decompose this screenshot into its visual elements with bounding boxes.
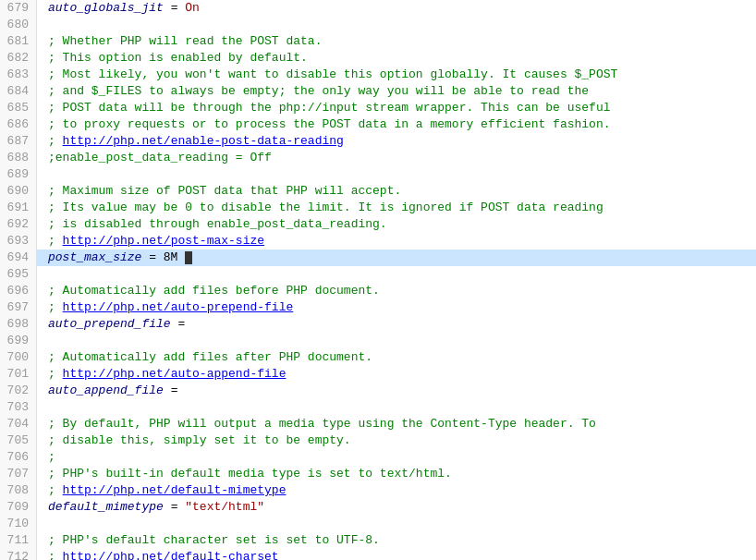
code-row: 688;enable_post_data_reading = Off (0, 150, 756, 166)
line-content (37, 166, 756, 183)
code-row: 689 (0, 166, 756, 183)
comment-text: ; Automatically add files before PHP doc… (48, 284, 380, 298)
line-number: 709 (0, 499, 37, 516)
line-number: 693 (0, 233, 37, 250)
comment-link[interactable]: http://php.net/auto-prepend-file (63, 300, 294, 314)
line-number: 703 (0, 399, 37, 416)
config-equals: = 8M (149, 250, 185, 264)
comment-text: ; POST data will be through the php://in… (48, 101, 611, 115)
line-number: 699 (0, 333, 37, 349)
code-row: 708; http://php.net/default-mimetype (0, 482, 756, 499)
code-row: 684; and $_FILES to always be empty; the… (0, 83, 756, 100)
line-content: ; Its value may be 0 to disable the limi… (37, 200, 756, 216)
line-number: 683 (0, 67, 37, 83)
line-content: ; http://php.net/auto-prepend-file (37, 299, 756, 316)
line-number: 682 (0, 50, 37, 67)
code-row: 707; PHP's built-in default media type i… (0, 466, 756, 482)
comment-link[interactable]: http://php.net/auto-append-file (63, 367, 287, 381)
line-number: 679 (0, 0, 37, 17)
line-content: ; http://php.net/enable-post-data-readin… (37, 133, 756, 150)
comment-prefix: ; (48, 367, 63, 381)
comment-prefix: ; (48, 134, 63, 148)
line-content: ; http://php.net/auto-append-file (37, 366, 756, 383)
line-content: ; http://php.net/default-mimetype (37, 482, 756, 499)
comment-text: ;enable_post_data_reading = Off (48, 151, 272, 164)
line-content: post_max_size = 8M (37, 250, 756, 266)
code-row: 691; Its value may be 0 to disable the l… (0, 200, 756, 216)
line-content: ; Most likely, you won't want to disable… (37, 67, 756, 83)
code-row: 681; Whether PHP will read the POST data… (0, 33, 756, 50)
line-content: ; is disabled through enable_post_data_r… (37, 216, 756, 233)
text-cursor (185, 251, 192, 264)
line-number: 696 (0, 283, 37, 299)
line-number: 708 (0, 482, 37, 499)
code-row: 695 (0, 266, 756, 283)
config-equals: = (171, 383, 178, 397)
line-content: ; Whether PHP will read the POST data. (37, 33, 756, 50)
code-row: 679auto_globals_jit = On (0, 0, 756, 17)
line-content (37, 333, 756, 349)
code-row: 699 (0, 333, 756, 349)
comment-text: ; to proxy requests or to process the PO… (48, 117, 611, 131)
line-number: 690 (0, 183, 37, 200)
code-row: 697; http://php.net/auto-prepend-file (0, 299, 756, 316)
config-key: post_max_size (48, 250, 149, 264)
line-content: ; PHP's default character set is set to … (37, 532, 756, 549)
line-number: 697 (0, 299, 37, 316)
config-key: auto_append_file (48, 383, 171, 397)
line-content: ; This option is enabled by default. (37, 50, 756, 67)
code-row: 686; to proxy requests or to process the… (0, 116, 756, 133)
line-content: ; to proxy requests or to process the PO… (37, 116, 756, 133)
code-row: 702auto_append_file = (0, 383, 756, 399)
line-number: 691 (0, 200, 37, 216)
comment-link[interactable]: http://php.net/enable-post-data-reading (63, 134, 344, 148)
code-row: 704; By default, PHP will output a media… (0, 416, 756, 432)
comment-link[interactable]: http://php.net/default-mimetype (63, 483, 287, 497)
code-row: 706; (0, 449, 756, 466)
line-number: 712 (0, 549, 37, 560)
line-content: auto_prepend_file = (37, 316, 756, 333)
line-number: 698 (0, 316, 37, 333)
config-key: auto_globals_jit (48, 1, 171, 15)
comment-prefix: ; (48, 234, 63, 248)
line-number: 695 (0, 266, 37, 283)
code-row: 703 (0, 399, 756, 416)
comment-text: ; PHP's built-in default media type is s… (48, 467, 452, 481)
comment-text: ; and $_FILES to always be empty; the on… (48, 84, 589, 98)
line-number: 705 (0, 432, 37, 449)
line-number: 707 (0, 466, 37, 482)
comment-link[interactable]: http://php.net/default-charset (63, 550, 279, 560)
comment-text: ; disable this, simply set it to be empt… (48, 433, 351, 447)
code-row: 709default_mimetype = "text/html" (0, 499, 756, 516)
line-number: 680 (0, 17, 37, 33)
line-number: 687 (0, 133, 37, 150)
line-content: ;enable_post_data_reading = Off (37, 150, 756, 166)
line-content: ; disable this, simply set it to be empt… (37, 432, 756, 449)
comment-prefix: ; (48, 483, 63, 497)
code-row: 700; Automatically add files after PHP d… (0, 349, 756, 366)
line-content: ; http://php.net/post-max-size (37, 233, 756, 250)
config-equals: = (177, 317, 185, 331)
comment-text: ; Maximum size of POST data that PHP wil… (48, 184, 401, 198)
comment-link[interactable]: http://php.net/post-max-size (63, 234, 264, 248)
line-number: 685 (0, 100, 37, 116)
line-content: ; (37, 449, 756, 466)
code-row: 680 (0, 17, 756, 33)
comment-text: ; Most likely, you won't want to disable… (48, 67, 617, 81)
code-row: 692; is disabled through enable_post_dat… (0, 216, 756, 233)
code-row: 682; This option is enabled by default. (0, 50, 756, 67)
code-row: 701; http://php.net/auto-append-file (0, 366, 756, 383)
code-row: 705; disable this, simply set it to be e… (0, 432, 756, 449)
line-number: 689 (0, 166, 37, 183)
line-content (37, 17, 756, 33)
comment-text: ; This option is enabled by default. (48, 51, 308, 65)
line-content: ; POST data will be through the php://in… (37, 100, 756, 116)
line-content: ; Automatically add files after PHP docu… (37, 349, 756, 366)
comment-text: ; By default, PHP will output a media ty… (48, 417, 596, 431)
code-row: 683; Most likely, you won't want to disa… (0, 67, 756, 83)
config-value: On (177, 1, 199, 15)
comment-text: ; is disabled through enable_post_data_r… (48, 217, 387, 231)
code-row: 687; http://php.net/enable-post-data-rea… (0, 133, 756, 150)
code-row: 693; http://php.net/post-max-size (0, 233, 756, 250)
code-row: 698auto_prepend_file = (0, 316, 756, 333)
